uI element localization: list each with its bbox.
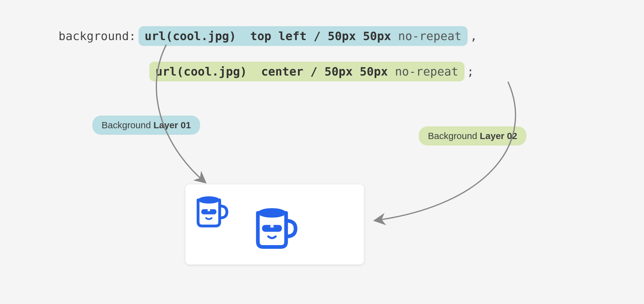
mug-center-icon bbox=[248, 200, 301, 252]
layer1-position: top left / 50px 50px bbox=[250, 29, 391, 43]
layer2-position: center / 50px 50px bbox=[261, 65, 388, 78]
layer1-label-prefix: Background bbox=[102, 120, 153, 130]
preview-box bbox=[185, 184, 364, 265]
layer2-terminator: ; bbox=[467, 65, 474, 78]
svg-rect-5 bbox=[270, 225, 273, 228]
svg-point-0 bbox=[198, 196, 219, 203]
code-line-1: background: url(cool.jpg) top left / 50p… bbox=[58, 26, 477, 46]
svg-point-3 bbox=[258, 208, 286, 218]
mug-top-left-icon bbox=[191, 190, 231, 230]
diagram-container: background: url(cool.jpg) top left / 50p… bbox=[0, 0, 644, 304]
layer2-repeat: no-repeat bbox=[395, 65, 458, 78]
layer1-terminator: , bbox=[470, 29, 477, 43]
layer1-url: url(cool.jpg) bbox=[145, 29, 236, 43]
layer1-highlight: url(cool.jpg) top left / 50px 50px no-re… bbox=[139, 26, 468, 46]
arrow-layer1 bbox=[148, 45, 240, 193]
layer1-repeat: no-repeat bbox=[398, 29, 461, 43]
svg-rect-2 bbox=[208, 209, 210, 211]
arrow-layer2 bbox=[363, 82, 548, 236]
css-property: background: bbox=[58, 29, 136, 43]
